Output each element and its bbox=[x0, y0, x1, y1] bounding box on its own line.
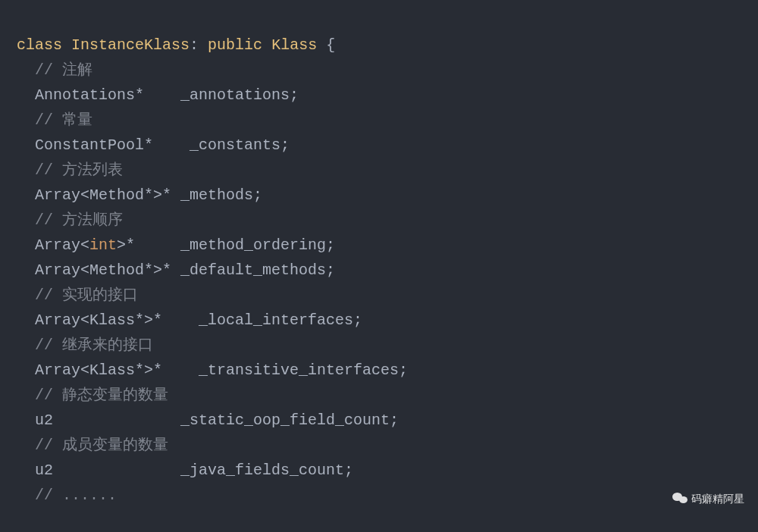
brace-open: { bbox=[326, 36, 335, 54]
comment: // 继承来的接口 bbox=[35, 336, 153, 354]
code-block: class InstanceKlass: public Klass { // 注… bbox=[17, 8, 741, 508]
comment: // 成员变量的数量 bbox=[35, 437, 168, 454]
field-method-ordering: _method_ordering; bbox=[180, 236, 335, 254]
comment-ellipsis: // ...... bbox=[35, 487, 117, 504]
field-local-interfaces: _local_interfaces; bbox=[199, 311, 362, 329]
class-name: InstanceKlass bbox=[71, 36, 190, 54]
type-array-klass: Array<Klass*>* bbox=[35, 311, 162, 329]
wechat-icon bbox=[672, 491, 688, 506]
comment: // 常量 bbox=[35, 111, 92, 129]
type-array-int-p2: >* bbox=[117, 236, 135, 254]
keyword-int: int bbox=[89, 236, 117, 254]
type-array-method2: Array<Method*>* bbox=[35, 261, 171, 279]
keyword-class: class bbox=[17, 36, 62, 54]
field-annotations: _annotations; bbox=[180, 86, 299, 104]
type-annotations: Annotations* bbox=[35, 86, 144, 104]
type-array-klass2: Array<Klass*>* bbox=[35, 361, 162, 379]
type-array-int-p1: Array< bbox=[35, 236, 89, 254]
type-constantpool: ConstantPool* bbox=[35, 136, 153, 154]
field-methods: _methods; bbox=[180, 186, 262, 204]
field-default-methods: _default_methods; bbox=[180, 261, 335, 279]
field-java-fields: _java_fields_count; bbox=[180, 462, 353, 479]
type-u2-2: u2 bbox=[35, 462, 53, 479]
comment: // 静态变量的数量 bbox=[35, 386, 168, 404]
colon: : bbox=[190, 36, 199, 54]
watermark-text: 码癖精阿星 bbox=[691, 490, 744, 508]
type-array-method: Array<Method*>* bbox=[35, 186, 171, 204]
keyword-public: public bbox=[208, 36, 262, 54]
field-static-oop: _static_oop_field_count; bbox=[180, 412, 399, 429]
field-constants: _constants; bbox=[190, 136, 290, 154]
comment: // 注解 bbox=[35, 61, 92, 79]
comment: // 方法顺序 bbox=[35, 211, 123, 229]
field-transitive-interfaces: _transitive_interfaces; bbox=[199, 361, 408, 379]
base-class: Klass bbox=[271, 36, 317, 54]
comment: // 实现的接口 bbox=[35, 286, 138, 304]
comment: // 方法列表 bbox=[35, 161, 123, 179]
type-u2: u2 bbox=[35, 412, 53, 429]
watermark: 码癖精阿星 bbox=[672, 490, 744, 508]
